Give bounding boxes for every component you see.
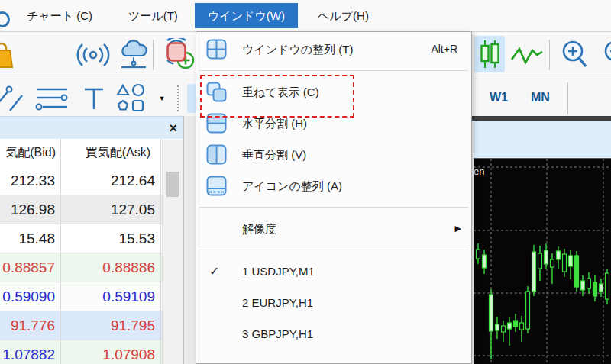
scrollbar-thumb[interactable] xyxy=(166,172,179,197)
market-watch-panel: × 気配(Bid) 買気配(Ask) 212.33 212.64 126.98 … xyxy=(0,116,183,364)
toolbar-separator xyxy=(549,40,550,70)
table-row[interactable]: 126.98 127.05 xyxy=(0,195,162,224)
bid-value: 212.33 xyxy=(0,166,61,195)
text-icon[interactable] xyxy=(81,83,107,114)
menu-item-cascade[interactable]: 重ねて表示 (C) xyxy=(196,76,471,108)
record-square-icon[interactable] xyxy=(165,40,188,63)
line-chart-icon[interactable] xyxy=(510,41,544,67)
window-dropdown-menu: ウインドウの整列 (T) Alt+R 重ねて表示 (C) 水平分割 (H) xyxy=(196,31,472,364)
column-ask[interactable]: 買気配(Ask) xyxy=(61,139,161,166)
market-watch-titlebar[interactable]: × xyxy=(0,116,183,140)
menu-window[interactable]: ウインドウ(W) xyxy=(195,3,298,28)
market-watch-rows: 212.33 212.64 126.98 127.05 15.48 15.53 … xyxy=(0,166,162,364)
menu-item-chart-3[interactable]: 3 GBPJPY,H1 xyxy=(196,318,471,350)
menu-item-label: 解像度 xyxy=(242,213,276,244)
menu-item-label: ウインドウの整列 (T) xyxy=(242,34,353,65)
bid-value: 126.98 xyxy=(0,195,61,224)
broadcast-icon[interactable] xyxy=(76,40,110,70)
bid-value: 1.07882 xyxy=(0,340,61,364)
cascade-icon xyxy=(206,82,227,102)
mt5-window: チャート (C) ツール(T) ウインドウ(W) ヘルプ(H) xyxy=(0,0,611,364)
menu-item-arrange-windows[interactable]: ウインドウの整列 (T) Alt+R xyxy=(196,34,471,65)
toolbar-separator xyxy=(153,40,154,70)
menu-item-label: 2 EURJPY,H1 xyxy=(242,287,313,318)
bid-value: 0.88857 xyxy=(0,253,61,282)
ask-value: 15.53 xyxy=(61,224,161,253)
candles-icon[interactable] xyxy=(474,36,505,72)
ask-value: 0.59109 xyxy=(61,282,161,311)
menu-chart[interactable]: チャート (C) xyxy=(27,0,92,31)
market-watch-scrollbar[interactable] xyxy=(162,140,184,364)
bid-value: 15.48 xyxy=(0,224,61,253)
more-shapes-arrow-icon[interactable]: ▼ xyxy=(155,92,169,105)
menu-item-chart-1[interactable]: ✓ 1 USDJPY,M1 xyxy=(196,256,471,287)
menu-item-label: 1 USDJPY,M1 xyxy=(242,256,315,287)
menu-item-label: 重ねて表示 (C) xyxy=(242,76,319,108)
check-icon: ✓ xyxy=(209,256,219,287)
ask-value: 127.05 xyxy=(61,195,161,224)
menu-item-shortcut: Alt+R xyxy=(431,34,457,65)
table-row[interactable]: 1.07882 1.07908 xyxy=(0,340,162,364)
close-icon[interactable]: × xyxy=(169,120,177,137)
menu-item-split-vertical[interactable]: 垂直分割 (V) xyxy=(196,139,471,170)
split-vertical-icon xyxy=(206,144,227,165)
menu-item-label: 垂直分割 (V) xyxy=(242,139,306,170)
toolbar-grip[interactable] xyxy=(177,85,179,111)
menu-item-arrange-icons[interactable]: アイコンの整列 (A) xyxy=(196,170,471,201)
ask-value: 91.795 xyxy=(61,311,161,340)
candles-group xyxy=(477,243,609,359)
menu-separator xyxy=(196,201,471,213)
zoom-in-icon[interactable] xyxy=(558,38,590,72)
menu-separator xyxy=(196,65,471,76)
menu-item-resolution[interactable]: 解像度 ▶ xyxy=(196,213,471,244)
zoom-out-icon[interactable] xyxy=(601,38,611,72)
ohlc-label-fragment: en xyxy=(474,166,484,177)
ask-value: 0.88886 xyxy=(61,253,161,282)
menu-item-label: 3 GBPJPY,H1 xyxy=(242,318,313,350)
bid-value: 0.59090 xyxy=(0,282,61,311)
timeframe-mn[interactable]: MN xyxy=(531,79,550,116)
table-row[interactable]: 15.48 15.53 xyxy=(0,224,162,253)
menu-help[interactable]: ヘルプ(H) xyxy=(318,0,369,31)
clipped-icon xyxy=(0,11,10,27)
table-row[interactable]: 212.33 212.64 xyxy=(0,166,162,195)
shapes-icon[interactable] xyxy=(115,82,150,115)
candlestick-chart xyxy=(474,159,611,364)
menu-bar: チャート (C) ツール(T) ウインドウ(W) ヘルプ(H) xyxy=(0,0,611,32)
menu-item-split-horizontal[interactable]: 水平分割 (H) xyxy=(196,108,471,139)
panel-splitter[interactable] xyxy=(183,116,196,364)
timeframe-w1[interactable]: W1 xyxy=(490,79,508,116)
market-watch-header: 気配(Bid) 買気配(Ask) xyxy=(0,139,183,167)
table-row[interactable]: 91.776 91.795 xyxy=(0,311,162,340)
arrange-windows-icon xyxy=(206,39,227,60)
chart-plot[interactable]: en xyxy=(474,158,611,364)
submenu-arrow-icon: ▶ xyxy=(455,213,461,244)
menu-separator xyxy=(196,244,471,256)
cloud-network-icon[interactable] xyxy=(116,39,151,71)
table-row[interactable]: 0.59090 0.59109 xyxy=(0,282,162,311)
chart-titlebar[interactable] xyxy=(474,121,611,158)
bid-value: 91.776 xyxy=(0,311,61,340)
ask-value: 1.07908 xyxy=(61,340,161,364)
split-horizontal-icon xyxy=(206,113,227,134)
menu-item-label: 水平分割 (H) xyxy=(242,108,307,139)
table-row[interactable]: 0.88857 0.88886 xyxy=(0,253,162,282)
arrange-icons-icon xyxy=(206,176,227,196)
menu-tools[interactable]: ツール(T) xyxy=(128,0,178,31)
column-bid[interactable]: 気配(Bid) xyxy=(0,139,61,166)
menu-item-label: アイコンの整列 (A) xyxy=(242,170,342,201)
trendline-icon[interactable] xyxy=(0,84,26,113)
chart-window: en xyxy=(472,116,611,364)
bag-icon[interactable] xyxy=(0,38,15,72)
menu-item-chart-2[interactable]: 2 EURJPY,H1 xyxy=(196,287,471,318)
channels-icon[interactable] xyxy=(34,83,70,114)
ask-value: 212.64 xyxy=(61,166,161,195)
toolbar-separator xyxy=(567,82,568,114)
